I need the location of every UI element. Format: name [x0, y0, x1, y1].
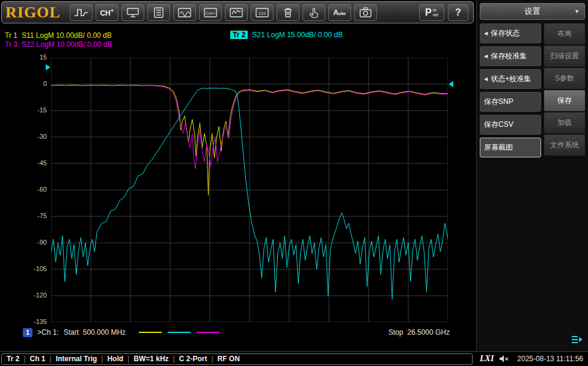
window-trace-icon[interactable] [225, 4, 248, 21]
menu-item-save-cal-set[interactable]: ◀保存校准集 [480, 46, 541, 66]
preset-bottom-label: set [433, 13, 438, 17]
svg-text:CH: CH [259, 10, 266, 16]
status-item: C 2-Port [179, 355, 207, 363]
trace-label-tr3[interactable]: Tr 3 S22 LogM 10.00dB/ 0.00 dB [5, 40, 112, 49]
trace-badge-tr3: Tr 3 [5, 40, 17, 49]
y-axis-tick: -120 [22, 291, 47, 299]
soft-menu-column: ◀保存状态◀保存校准集◀状态+校准集保存SNP保存CSV屏幕截图 [480, 23, 541, 157]
status-separator: | [173, 355, 175, 363]
status-separator: | [50, 355, 52, 363]
menu-item-save-snp[interactable]: 保存SNP [480, 92, 541, 112]
add-channel-button[interactable]: CH+ [96, 4, 118, 21]
preset-sublabel: re set [433, 8, 438, 17]
legend-swatch [168, 332, 191, 333]
touch-icon[interactable] [302, 4, 325, 21]
submenu-left-icon: ◀ [484, 31, 488, 36]
chart-area: Tr 1 S11 LogM 10.00dB/ 0.00 dB Tr 3 S22 … [0, 24, 475, 350]
y-axis-tick: -75 [22, 212, 47, 219]
channel-label: >Ch 1: [37, 328, 59, 337]
tab-save[interactable]: 保存 [544, 90, 585, 111]
menu-item-label: 保存CSV [484, 120, 513, 130]
menu-item-save-state[interactable]: ◀保存状态 [480, 23, 541, 43]
tab-layout[interactable]: 布局 [544, 23, 585, 44]
y-axis-tick: -30 [22, 133, 47, 140]
chevron-down-icon: ▼ [574, 8, 580, 14]
collapse-menu-icon[interactable] [570, 335, 583, 347]
trace-text-tr3: S22 LogM 10.00dB/ 0.00 dB [22, 40, 112, 49]
status-separator: | [127, 355, 129, 363]
plot-grid [51, 58, 448, 322]
tab-s-parameters[interactable]: S参数 [544, 68, 585, 89]
ref-level-marker-right [449, 81, 453, 87]
auto-scale-button[interactable]: Auto [328, 4, 351, 21]
status-item: Internal Trig [56, 355, 97, 363]
status-separator: | [101, 355, 103, 363]
help-button[interactable]: ? [448, 4, 468, 21]
menu-item-label: 屏幕截图 [484, 142, 513, 153]
trace-label-tr1[interactable]: Tr 1 S11 LogM 10.00dB/ 0.00 dB [5, 31, 112, 40]
status-item: Hold [107, 355, 123, 363]
trace-list-icon[interactable] [147, 4, 170, 21]
menu-item-label: 保存校准集 [491, 51, 527, 61]
lxi-logo: LXI [480, 354, 494, 364]
trace-badge-tr1: Tr 1 [5, 31, 17, 40]
datetime-label: 2025-08-13 11:11:56 [517, 355, 583, 363]
status-separator: | [211, 355, 213, 363]
menu-item-label: 状态+校准集 [491, 74, 531, 84]
y-axis-tick: -90 [22, 239, 47, 246]
menu-item-label: 保存状态 [491, 28, 519, 38]
channel-number-badge: 1 [23, 328, 32, 337]
ref-level-marker-left [46, 64, 51, 70]
delete-icon[interactable] [277, 4, 299, 21]
window-channel-icon[interactable]: CH [251, 4, 274, 21]
tab-sweep-settings[interactable]: 扫描设置 [544, 46, 585, 67]
preset-button[interactable]: P re set [419, 4, 444, 21]
y-axis-tick: 15 [22, 53, 47, 61]
trace-label-tr2[interactable]: Tr 2 S21 LogM 15.00dB/ 0.00 dB [230, 31, 343, 39]
toolbar-buttons: CH+CH+CHAuto [70, 4, 377, 21]
trace-badge-tr2: Tr 2 [230, 31, 248, 39]
menu-item-label: 保存SNP [484, 97, 513, 107]
window-add-channel-icon[interactable]: CH+ [199, 4, 222, 21]
tab-file-system[interactable]: 文件系统 [544, 135, 585, 156]
toolbar-right-group: P re set ? [419, 4, 468, 21]
submenu-left-icon: ◀ [484, 76, 488, 82]
display-layout-icon[interactable] [121, 4, 144, 21]
start-frequency-label: Start 500.000 MHz [64, 328, 126, 337]
y-axis-tick: -15 [22, 106, 47, 114]
panel-title: 设置 [525, 6, 541, 17]
legend-swatch [197, 332, 219, 333]
window-waveform-icon[interactable] [173, 4, 196, 21]
trace-text-tr2: S21 LogM 15.00dB/ 0.00 dB [252, 31, 343, 39]
menu-item-save-csv[interactable]: 保存CSV [480, 115, 541, 135]
status-item: Ch 1 [29, 355, 45, 363]
trace-legend [139, 332, 219, 333]
status-item: RF ON [218, 355, 240, 363]
toolbar: RIGOL CH+CH+CHAuto P re set ? [1, 1, 474, 23]
meas-pulse-icon[interactable] [70, 4, 93, 21]
preset-top-label: re [433, 8, 436, 13]
menu-item-screenshot[interactable]: 屏幕截图 [480, 138, 541, 157]
side-panel: 设置 ▼ ◀保存状态◀保存校准集◀状态+校准集保存SNP保存CSV屏幕截图 布局… [476, 0, 588, 350]
status-separator: | [23, 355, 25, 363]
preset-label: P [425, 7, 432, 18]
side-tab-column: 布局扫描设置S参数保存加载文件系统 [544, 23, 585, 157]
menu-item-state-plus-cal-set[interactable]: ◀状态+校准集 [480, 69, 541, 89]
screenshot-icon[interactable] [354, 4, 377, 21]
panel-body: ◀保存状态◀保存校准集◀状态+校准集保存SNP保存CSV屏幕截图 布局扫描设置S… [480, 23, 585, 157]
chart-footer: 1 >Ch 1: Start 500.000 MHz Stop 26.5000 … [23, 327, 450, 338]
panel-header-dropdown[interactable]: 设置 ▼ [480, 3, 585, 20]
status-item: Tr 2 [7, 355, 19, 363]
svg-text:CH+: CH+ [206, 10, 216, 16]
legend-swatch [139, 332, 162, 333]
y-axis-tick: -105 [22, 265, 47, 272]
status-items-box: Tr 2|Ch 1|Internal Trig|Hold|BW=1 kHz|C … [1, 353, 473, 365]
speaker-muted-icon [499, 355, 509, 363]
y-axis-tick: -60 [22, 186, 47, 193]
tab-load[interactable]: 加载 [544, 112, 585, 133]
y-axis-tick: -135 [22, 318, 47, 325]
y-axis-tick: 0 [22, 80, 47, 87]
submenu-left-icon: ◀ [484, 53, 488, 59]
status-item: BW=1 kHz [133, 355, 168, 363]
stop-frequency-label: Stop 26.5000 GHz [388, 328, 450, 337]
